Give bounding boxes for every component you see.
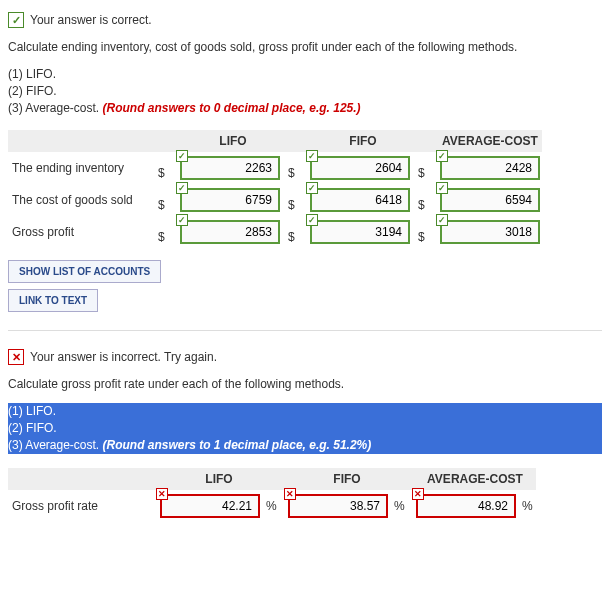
methods-list-2: (1) LIFO. (2) FIFO. (3) Average-cost. (R…	[8, 403, 602, 453]
value-input-fifo[interactable]	[310, 156, 410, 180]
value-input-lifo[interactable]	[180, 188, 280, 212]
check-icon: ✓	[176, 214, 188, 226]
cross-icon: ✕	[412, 488, 424, 500]
value-input-fifo[interactable]	[310, 188, 410, 212]
row-label: The cost of goods sold	[8, 184, 158, 216]
value-input-avg[interactable]	[440, 220, 540, 244]
method-3: (3) Average-cost. (Round answers to 0 de…	[8, 100, 602, 117]
status-correct-icon: ✓	[8, 12, 24, 28]
currency-label: $	[158, 184, 178, 216]
currency-label: $	[158, 152, 178, 184]
row-label: The ending inventory	[8, 152, 158, 184]
col-header-avg: AVERAGE-COST	[438, 130, 542, 152]
currency-label: $	[288, 184, 308, 216]
pct-label: %	[518, 490, 536, 522]
col-header-lifo-2: LIFO	[158, 468, 280, 490]
check-icon: ✓	[306, 182, 318, 194]
currency-label: $	[288, 216, 308, 248]
value-input-fifo[interactable]	[310, 220, 410, 244]
currency-label: $	[418, 216, 438, 248]
currency-label: $	[288, 152, 308, 184]
col-header-fifo: FIFO	[308, 130, 418, 152]
cross-icon: ✕	[156, 488, 168, 500]
method-3: (3) Average-cost. (Round answers to 1 de…	[8, 437, 602, 454]
status-text: Your answer is correct.	[30, 13, 152, 27]
method-1: (1) LIFO.	[8, 403, 602, 420]
value-input-lifo[interactable]	[180, 220, 280, 244]
round-note-2: (Round answers to 1 decimal place, e.g. …	[103, 438, 372, 452]
col-header-fifo-2: FIFO	[286, 468, 408, 490]
cross-icon: ✕	[284, 488, 296, 500]
check-icon: ✓	[436, 182, 448, 194]
check-icon: ✓	[176, 182, 188, 194]
rate-input-fifo[interactable]	[288, 494, 388, 518]
check-icon: ✓	[306, 214, 318, 226]
row-label: Gross profit	[8, 216, 158, 248]
currency-label: $	[418, 184, 438, 216]
value-input-lifo[interactable]	[180, 156, 280, 180]
section-divider	[8, 330, 602, 331]
prompt-text: Calculate ending inventory, cost of good…	[8, 40, 602, 54]
check-icon: ✓	[436, 150, 448, 162]
rate-input-avg[interactable]	[416, 494, 516, 518]
link-to-text-button[interactable]: LINK TO TEXT	[8, 289, 98, 312]
prompt-text-2: Calculate gross profit rate under each o…	[8, 377, 602, 391]
rate-input-lifo[interactable]	[160, 494, 260, 518]
row-label: Gross profit rate	[8, 490, 158, 522]
pct-label: %	[262, 490, 280, 522]
col-header-lifo: LIFO	[178, 130, 288, 152]
rate-table: LIFO FIFO AVERAGE-COST Gross profit rate…	[8, 468, 536, 522]
pct-label: %	[390, 490, 408, 522]
show-accounts-button[interactable]: SHOW LIST OF ACCOUNTS	[8, 260, 161, 283]
method-2: (2) FIFO.	[8, 83, 602, 100]
check-icon: ✓	[176, 150, 188, 162]
round-note: (Round answers to 0 decimal place, e.g. …	[103, 101, 361, 115]
method-1: (1) LIFO.	[8, 66, 602, 83]
status-text-2: Your answer is incorrect. Try again.	[30, 350, 217, 364]
currency-label: $	[418, 152, 438, 184]
methods-list: (1) LIFO. (2) FIFO. (3) Average-cost. (R…	[8, 66, 602, 116]
currency-label: $	[158, 216, 178, 248]
results-table: LIFO FIFO AVERAGE-COST The ending invent…	[8, 130, 542, 248]
col-header-avg-2: AVERAGE-COST	[414, 468, 536, 490]
status-wrong-icon: ✕	[8, 349, 24, 365]
value-input-avg[interactable]	[440, 156, 540, 180]
method-2: (2) FIFO.	[8, 420, 602, 437]
value-input-avg[interactable]	[440, 188, 540, 212]
check-icon: ✓	[436, 214, 448, 226]
check-icon: ✓	[306, 150, 318, 162]
